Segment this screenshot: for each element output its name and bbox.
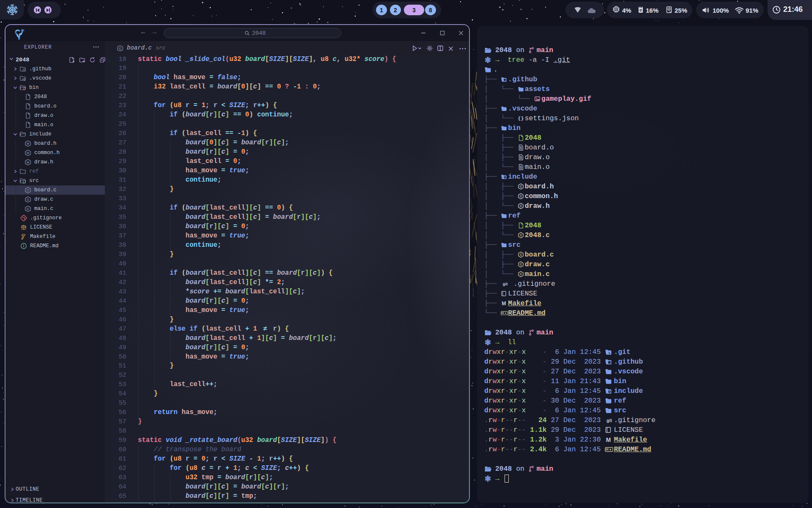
svg-text:C: C (519, 194, 522, 198)
svg-text:(): () (22, 180, 26, 184)
svg-text:C: C (519, 272, 522, 276)
svg-text:git: git (606, 418, 612, 423)
svg-text:git: git (503, 282, 508, 286)
svg-text:C: C (519, 262, 522, 266)
svg-text:10: 10 (520, 157, 522, 160)
svg-text:M: M (502, 301, 506, 306)
svg-text:10: 10 (520, 167, 522, 169)
svg-text:10: 10 (520, 148, 522, 150)
svg-text:H: H (27, 151, 29, 155)
svg-text:C: C (119, 47, 121, 50)
svg-text:C: C (519, 185, 522, 188)
svg-text:C: C (27, 188, 29, 192)
svg-text:H: H (27, 160, 29, 164)
svg-text:C: C (519, 204, 522, 208)
svg-text:C: C (519, 233, 522, 237)
svg-text:↳: ↳ (608, 351, 611, 354)
svg-text:M: M (606, 436, 611, 443)
svg-text:C: C (519, 253, 522, 257)
svg-text:H: H (27, 142, 29, 146)
svg-text:{}: {} (518, 116, 524, 121)
svg-text:C: C (27, 207, 29, 211)
svg-text:C: C (27, 198, 29, 202)
